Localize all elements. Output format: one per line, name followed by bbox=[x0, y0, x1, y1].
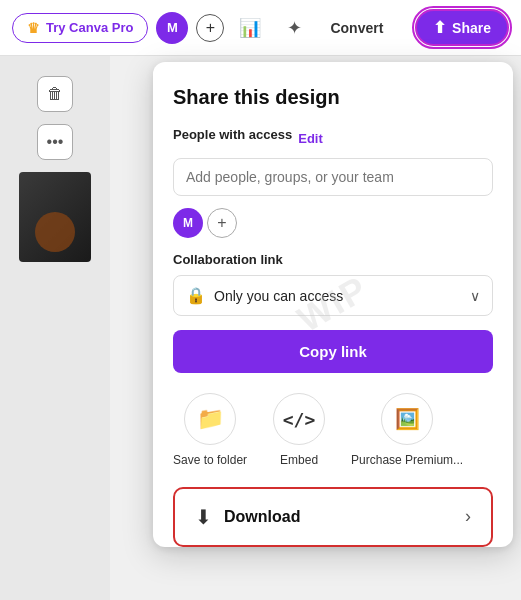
people-input[interactable] bbox=[173, 158, 493, 196]
plus-icon: + bbox=[206, 19, 215, 37]
lock-icon: 🔒 bbox=[186, 286, 206, 305]
convert-button[interactable]: Convert bbox=[320, 14, 393, 42]
people-section-label: People with access bbox=[173, 127, 292, 142]
ai-icon-button[interactable]: ✦ bbox=[276, 10, 312, 46]
download-label: Download bbox=[224, 508, 453, 526]
try-canva-pro-button[interactable]: ♛ Try Canva Pro bbox=[12, 13, 148, 43]
purchase-premium-icon-box: 🖼️ bbox=[381, 393, 433, 445]
people-row: M + bbox=[173, 208, 493, 238]
collab-dropdown[interactable]: 🔒 Only you can access ∨ bbox=[173, 275, 493, 316]
canvas-sidebar: 🗑 ••• bbox=[0, 56, 110, 600]
embed-icon-box: </> bbox=[273, 393, 325, 445]
copy-link-button[interactable]: Copy link bbox=[173, 330, 493, 373]
panel-title: Share this design bbox=[173, 86, 493, 109]
more-options-button[interactable]: ••• bbox=[37, 124, 73, 160]
share-button[interactable]: ⬆ Share bbox=[415, 9, 509, 46]
embed-label: Embed bbox=[280, 453, 318, 469]
edit-link[interactable]: Edit bbox=[298, 131, 323, 146]
embed-icon: </> bbox=[283, 409, 316, 430]
collab-label: Collaboration link bbox=[173, 252, 493, 267]
save-to-folder-label: Save to folder bbox=[173, 453, 247, 469]
share-icon: ⬆ bbox=[433, 18, 446, 37]
toolbar: ♛ Try Canva Pro M + 📊 ✦ Convert ⬆ Share bbox=[0, 0, 521, 56]
add-person-icon: + bbox=[217, 214, 226, 232]
download-icon: ⬇ bbox=[195, 505, 212, 529]
embed-action[interactable]: </> Embed bbox=[263, 393, 335, 469]
collab-section: Collaboration link 🔒 Only you can access… bbox=[173, 252, 493, 316]
delete-icon: 🗑 bbox=[47, 85, 63, 103]
action-icons-row: 📁 Save to folder </> Embed 🖼️ Purchase P… bbox=[173, 393, 493, 469]
chevron-right-icon: › bbox=[465, 506, 471, 527]
canvas-thumbnail bbox=[19, 172, 91, 262]
try-canva-pro-label: Try Canva Pro bbox=[46, 20, 133, 35]
more-options-icon: ••• bbox=[47, 133, 64, 151]
chevron-down-icon: ∨ bbox=[470, 288, 480, 304]
chart-icon-button[interactable]: 📊 bbox=[232, 10, 268, 46]
save-to-folder-icon: 📁 bbox=[197, 406, 224, 432]
delete-icon-button[interactable]: 🗑 bbox=[37, 76, 73, 112]
share-label: Share bbox=[452, 20, 491, 36]
copy-link-label: Copy link bbox=[299, 343, 367, 360]
purchase-premium-action[interactable]: 🖼️ Purchase Premium... bbox=[351, 393, 463, 469]
avatar-small: M bbox=[173, 208, 203, 238]
share-panel: Share this design People with access Edi… bbox=[153, 62, 513, 547]
crown-icon: ♛ bbox=[27, 20, 40, 36]
download-row[interactable]: ⬇ Download › bbox=[173, 487, 493, 547]
chart-icon: 📊 bbox=[239, 17, 261, 39]
purchase-premium-label: Purchase Premium... bbox=[351, 453, 463, 469]
collab-option-text: Only you can access bbox=[214, 288, 462, 304]
save-to-folder-action[interactable]: 📁 Save to folder bbox=[173, 393, 247, 469]
plus-button[interactable]: + bbox=[196, 14, 224, 42]
avatar-button[interactable]: M bbox=[156, 12, 188, 44]
ai-icon: ✦ bbox=[287, 17, 302, 39]
avatar-small-label: M bbox=[183, 216, 193, 230]
canvas-thumb-object bbox=[35, 212, 75, 252]
avatar-label: M bbox=[167, 20, 178, 35]
save-to-folder-icon-box: 📁 bbox=[184, 393, 236, 445]
purchase-premium-icon: 🖼️ bbox=[395, 407, 420, 431]
convert-label: Convert bbox=[330, 20, 383, 36]
add-person-button[interactable]: + bbox=[207, 208, 237, 238]
